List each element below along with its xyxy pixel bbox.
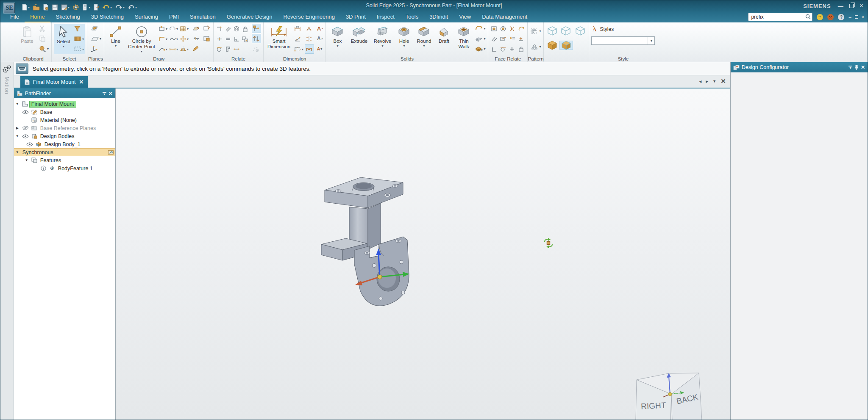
angle-between-icon[interactable] [293, 34, 304, 44]
view-cube-right-label[interactable]: RIGHT [640, 401, 666, 411]
design-configurator-pin-icon[interactable] [854, 65, 859, 70]
sketch-pencil-icon[interactable] [192, 44, 200, 53]
revert-all-icon[interactable]: ▾ [127, 3, 138, 11]
text-small-icon[interactable]: A▾ [317, 44, 323, 53]
design-configurator-header[interactable]: Design Configurator ▼ ✕ [731, 62, 868, 72]
maintain-relationships-icon[interactable] [252, 24, 261, 33]
ground-face-icon[interactable] [517, 34, 525, 44]
parallel-face-icon[interactable] [490, 34, 498, 44]
insert-object-icon[interactable] [42, 3, 50, 11]
expander-icon[interactable]: ▼ [14, 150, 21, 154]
hole-button[interactable]: Hole▾ [395, 24, 413, 48]
relationship-handles-icon[interactable] [252, 34, 261, 43]
doc-restore-button[interactable] [855, 15, 858, 19]
tab-sketching[interactable]: Sketching [50, 12, 86, 22]
tree-item-base-reference-planes[interactable]: ▶ Base Reference Planes [14, 124, 115, 132]
document-tab-active[interactable]: Final Motor Mount ✕ [20, 76, 88, 88]
document-tab-close-icon[interactable]: ✕ [79, 79, 84, 85]
concentric-face-icon[interactable] [499, 24, 507, 33]
doc-minimize-button[interactable]: – [849, 14, 851, 19]
app-logo[interactable]: SE [4, 3, 15, 13]
move-tool-icon[interactable]: ▾ [179, 34, 189, 44]
tree-item-final-motor-mount[interactable]: ▼ Final Motor Mount [14, 100, 115, 108]
equal-relation-icon[interactable] [224, 34, 232, 44]
thin-wall-button[interactable]: Thin Wall▾ [454, 24, 473, 50]
symmetric-face-icon[interactable] [508, 24, 516, 33]
pathfinder-close-icon[interactable]: ✕ [108, 91, 113, 97]
project-to-sketch-icon[interactable] [192, 24, 200, 33]
curve-tool-icon[interactable]: ▾ [169, 34, 178, 44]
tree-item-base[interactable]: Base [14, 108, 115, 116]
rigid-set-icon[interactable] [241, 34, 249, 44]
tab-3d-print[interactable]: 3D Print [340, 12, 371, 22]
tree-item-design-body-1[interactable]: Design Body_1 [14, 140, 115, 148]
pathfinder-header[interactable]: PathFinder ▼ ✕ [14, 88, 115, 98]
tab-reverse-engineering[interactable]: Reverse Engineering [278, 12, 340, 22]
cross-face-icon[interactable] [508, 44, 516, 54]
symmetric-diameter-icon[interactable] [305, 34, 314, 44]
concentric-relation-icon[interactable] [233, 24, 240, 33]
text-profile-icon[interactable]: A▴ [317, 24, 323, 33]
tab-home[interactable]: Home [25, 12, 50, 22]
tab-3dfindit[interactable]: 3Dfindit [424, 12, 453, 22]
expander-icon[interactable]: ▶ [14, 126, 21, 130]
solid-body-icon-2[interactable] [559, 41, 573, 50]
extrude-button[interactable]: Extrude [348, 24, 370, 44]
coordinate-dimension-icon[interactable]: ▾ [293, 44, 304, 54]
styles-button[interactable]: A Styles [591, 25, 655, 34]
style-combobox[interactable]: ▾ [591, 36, 655, 45]
connect-relation-icon[interactable] [216, 34, 223, 44]
tab-data-management[interactable]: Data Management [476, 12, 533, 22]
more-planes-icon[interactable]: ▾ [89, 34, 102, 43]
design-configurator-menu-icon[interactable]: ▼ [849, 66, 852, 69]
sweep-icon[interactable]: ▾ [474, 34, 486, 43]
equal-radius-icon[interactable] [508, 34, 516, 44]
revolve-button[interactable]: Revolve▾ [371, 24, 393, 48]
horizontal-vertical-relation-icon[interactable] [216, 24, 223, 33]
coincident-plane-icon[interactable] [89, 24, 102, 33]
line-button[interactable]: Line ▾ [106, 24, 125, 48]
tree-item-material[interactable]: Material (None) [14, 116, 115, 124]
minimize-button[interactable]: — [838, 3, 843, 9]
open-icon[interactable] [32, 3, 41, 11]
tab-view[interactable]: View [453, 12, 476, 22]
tab-inspect[interactable]: Inspect [371, 12, 400, 22]
motion-gears-icon[interactable] [2, 65, 11, 73]
coordinate-system-icon[interactable] [89, 44, 102, 53]
motor-mount-part[interactable] [316, 173, 418, 313]
box-select-icon[interactable]: ▾ [74, 44, 84, 54]
mirror-tool-icon[interactable]: ▾ [179, 44, 189, 54]
fence-select-icon[interactable]: ▾ [74, 34, 84, 44]
pathfinder-menu-icon[interactable]: ▼ [103, 92, 106, 95]
document-properties-icon[interactable]: ▾ [81, 3, 91, 11]
insert-image-icon[interactable] [203, 34, 211, 43]
design-configurator-close-icon[interactable]: ✕ [861, 64, 865, 70]
new-document-icon[interactable]: ▾ [21, 3, 31, 11]
collapsed-tab-motion[interactable]: Motion [4, 77, 10, 94]
angle-dimension-icon[interactable] [305, 24, 314, 33]
close-document-icon[interactable] [92, 3, 100, 11]
rectangle-tool-icon[interactable]: ▾ [158, 24, 168, 33]
style-combobox-caret[interactable]: ▾ [648, 37, 654, 44]
add-body-icon[interactable]: ▾ [474, 44, 486, 53]
visible-eye-icon[interactable] [25, 142, 34, 146]
wireframe-body-icon-1[interactable] [546, 26, 559, 36]
tab-bar-close-icon[interactable]: ✕ [721, 77, 726, 85]
wireframe-body-icon-3[interactable] [574, 26, 587, 36]
paste-button[interactable]: Paste [17, 24, 37, 44]
tab-3d-sketching[interactable]: 3D Sketching [86, 12, 129, 22]
help-icon[interactable]: ? [838, 14, 844, 20]
close-button[interactable]: × [860, 2, 863, 10]
restore-button[interactable] [849, 4, 854, 8]
tab-pmi[interactable]: PMI [164, 12, 184, 22]
visible-eye-icon[interactable] [21, 110, 30, 114]
tree-item-features[interactable]: ▼ Features [14, 156, 115, 164]
dimension-line-icon[interactable]: ▾ [169, 44, 178, 54]
tangent-face-icon[interactable] [499, 44, 507, 54]
prompt-keyboard-icon[interactable] [16, 64, 28, 74]
undo-icon[interactable]: ▾ [101, 3, 113, 11]
feedback-sad-icon[interactable] [827, 14, 834, 20]
settings-gear-icon[interactable] [72, 3, 80, 11]
feedback-happy-icon[interactable] [817, 14, 823, 20]
mirror-feature-icon[interactable]: ▾ [530, 42, 541, 52]
